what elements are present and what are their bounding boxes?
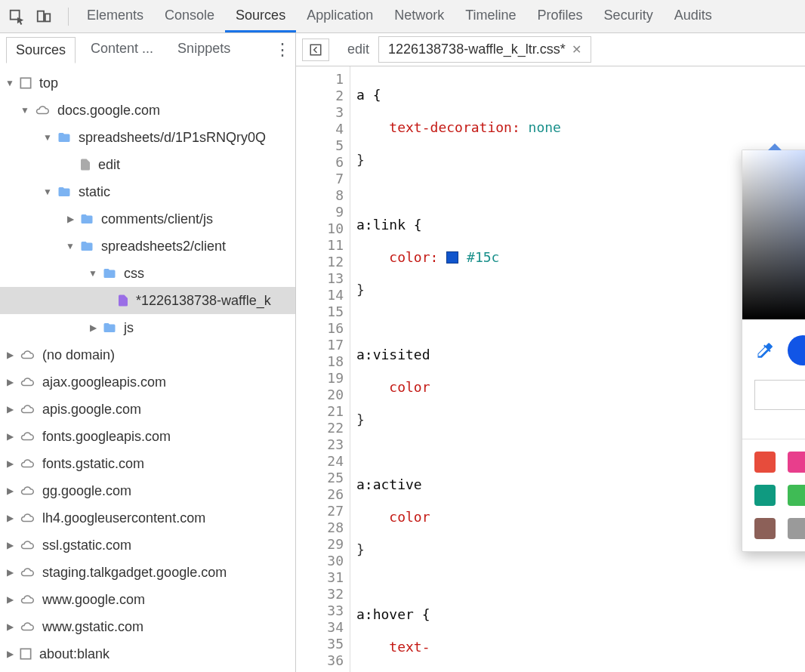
disclosure-right-icon[interactable]: ▶: [5, 621, 15, 632]
editor-tab[interactable]: 1226138738-waffle_k_ltr.css*✕: [378, 36, 591, 63]
palette-swatch[interactable]: [788, 452, 805, 473]
disclosure-right-icon[interactable]: ▶: [65, 214, 76, 224]
hex-input[interactable]: [754, 380, 805, 410]
code-content[interactable]: a { text-decoration: none } a:link { col…: [350, 66, 676, 672]
tree-item-label: spreadsheets2/client: [101, 239, 226, 254]
panel-tab-profiles[interactable]: Profiles: [527, 0, 594, 32]
tree-item[interactable]: ▶fonts.googleapis.com: [0, 423, 295, 450]
frame-icon: [18, 76, 33, 91]
folder-icon: [79, 239, 95, 253]
line-number: 4: [296, 121, 350, 137]
tree-item[interactable]: ▼spreadsheets2/client: [0, 233, 295, 260]
tree-item[interactable]: ▶www.gstatic.com: [0, 613, 295, 640]
code-token: }: [356, 152, 365, 168]
color-picker[interactable]: ▲▼ HEX ▲▼: [742, 150, 805, 552]
color-swatch[interactable]: [446, 251, 458, 264]
line-number: 19: [296, 370, 350, 387]
editor-tab[interactable]: edit: [338, 36, 378, 63]
disclosure-right-icon[interactable]: ▶: [5, 458, 15, 469]
line-number: 12: [296, 254, 350, 270]
tree-item[interactable]: ▶apis.google.com: [0, 396, 295, 423]
tree-item[interactable]: ▼css: [0, 260, 295, 287]
tree-item-label: staging.talkgadget.google.com: [42, 565, 227, 581]
navigate-back-icon[interactable]: [302, 39, 329, 61]
sources-subtab-2[interactable]: Snippets: [168, 36, 239, 63]
palette-swatch[interactable]: [788, 518, 805, 539]
cloud-icon: [18, 375, 36, 389]
folder-icon: [56, 131, 72, 144]
disclosure-right-icon[interactable]: ▶: [5, 540, 15, 550]
tree-item[interactable]: ▶(no domain): [0, 341, 295, 368]
tree-item-label: static: [79, 184, 110, 200]
svg-rect-4: [20, 649, 30, 658]
palette-swatch[interactable]: [754, 452, 776, 473]
panel-tab-sources[interactable]: Sources: [225, 0, 296, 32]
inspect-icon[interactable]: [6, 6, 27, 27]
file-tree[interactable]: ▼top▼docs.google.com▼spreadsheets/d/1P1s…: [0, 66, 295, 672]
disclosure-down-icon[interactable]: ▼: [42, 186, 53, 197]
panel-tab-security[interactable]: Security: [594, 0, 664, 32]
line-number: 30: [296, 553, 350, 569]
disclosure-down-icon[interactable]: ▼: [5, 78, 15, 88]
palette-swatch[interactable]: [754, 485, 776, 506]
tree-item[interactable]: ▼static: [0, 178, 295, 205]
device-mode-icon[interactable]: [33, 6, 54, 27]
tree-item[interactable]: ▶js: [0, 314, 295, 341]
disclosure-right-icon[interactable]: ▶: [5, 486, 15, 496]
disclosure-right-icon[interactable]: ▶: [88, 322, 98, 333]
tree-item[interactable]: ▶about:blank: [0, 640, 295, 667]
disclosure-right-icon[interactable]: ▶: [5, 431, 15, 442]
tree-item[interactable]: *1226138738-waffle_k: [0, 287, 295, 314]
panel-tab-application[interactable]: Application: [296, 0, 384, 32]
palette-swatch[interactable]: [754, 518, 776, 539]
cloud-icon: [18, 457, 36, 470]
tree-item-label: *1226138738-waffle_k: [136, 293, 271, 309]
disclosure-down-icon[interactable]: ▼: [42, 132, 53, 143]
tree-item[interactable]: ▼top: [0, 69, 295, 97]
sources-subtab-0[interactable]: Sources: [6, 37, 76, 63]
line-number: 2: [296, 88, 350, 104]
tree-item[interactable]: ▼spreadsheets/d/1P1sRNQry0Q: [0, 124, 295, 151]
disclosure-down-icon[interactable]: ▼: [65, 241, 76, 251]
tree-item[interactable]: ▶www.google.com: [0, 586, 295, 613]
code-token: }: [356, 541, 365, 557]
tree-item[interactable]: ▶staging.talkgadget.google.com: [0, 559, 295, 586]
tree-item[interactable]: ▶ajax.googleapis.com: [0, 368, 295, 396]
disclosure-down-icon[interactable]: ▼: [88, 268, 98, 279]
tree-item[interactable]: ▶ssl.gstatic.com: [0, 532, 295, 559]
panel-tab-timeline[interactable]: Timeline: [455, 0, 526, 32]
code-editor[interactable]: 1234567891011121314151617181920212223242…: [296, 66, 805, 672]
line-number: 25: [296, 470, 350, 486]
disclosure-down-icon[interactable]: ▼: [20, 105, 30, 116]
disclosure-right-icon[interactable]: ▶: [5, 513, 15, 523]
tree-item-label: about:blank: [39, 646, 109, 662]
more-options-icon[interactable]: ⋮: [270, 40, 295, 60]
disclosure-right-icon[interactable]: ▶: [5, 350, 15, 360]
disclosure-right-icon[interactable]: ▶: [5, 594, 15, 605]
eyedropper-icon[interactable]: [754, 341, 774, 360]
panel-tab-elements[interactable]: Elements: [76, 0, 154, 32]
close-icon[interactable]: ✕: [572, 42, 581, 57]
tree-item[interactable]: ▶fonts.gstatic.com: [0, 450, 295, 477]
editor-tabs: edit1226138738-waffle_k_ltr.css*✕: [296, 33, 805, 66]
saturation-value-field[interactable]: [742, 150, 805, 319]
tree-item[interactable]: ▶gg.google.com: [0, 477, 295, 504]
tree-item[interactable]: ▼docs.google.com: [0, 97, 295, 124]
sources-subtabs: SourcesContent ...Snippets ⋮: [0, 33, 295, 66]
panel-tab-network[interactable]: Network: [384, 0, 455, 32]
disclosure-right-icon[interactable]: ▶: [5, 649, 15, 659]
tree-item[interactable]: ▶comments/client/js: [0, 205, 295, 233]
disclosure-right-icon[interactable]: ▶: [5, 567, 15, 578]
sources-subtab-1[interactable]: Content ...: [82, 36, 162, 63]
line-number: 11: [296, 237, 350, 254]
tree-item[interactable]: ▶lh4.googleusercontent.com: [0, 504, 295, 532]
cloud-icon: [18, 348, 36, 362]
code-token: color: [389, 379, 430, 395]
panel-tab-audits[interactable]: Audits: [664, 0, 723, 32]
code-token: a {: [356, 87, 381, 103]
disclosure-right-icon[interactable]: ▶: [5, 404, 15, 415]
tree-item[interactable]: edit: [0, 151, 295, 178]
panel-tab-console[interactable]: Console: [154, 0, 225, 32]
disclosure-right-icon[interactable]: ▶: [5, 377, 15, 387]
palette-swatch[interactable]: [788, 485, 805, 506]
